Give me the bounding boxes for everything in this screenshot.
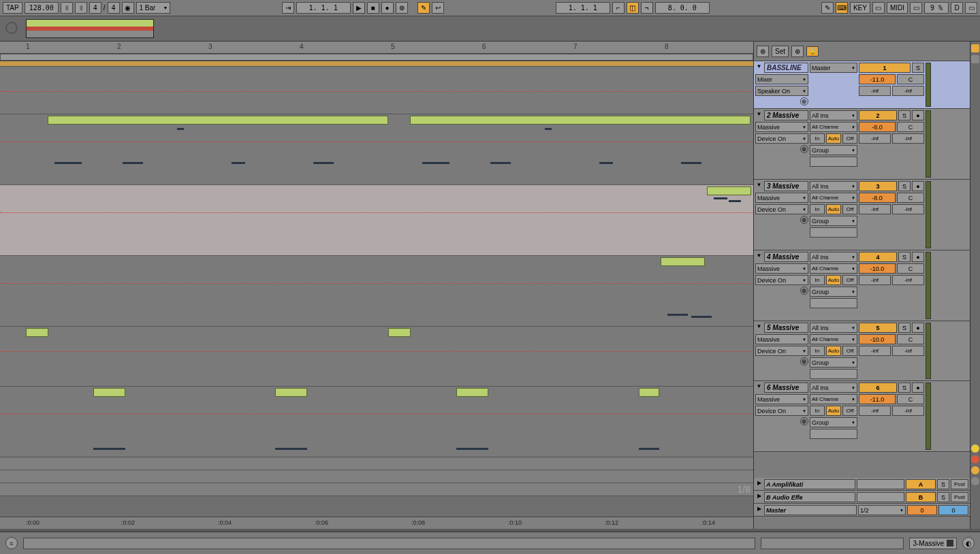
time-ruler[interactable]: :0:00 :0:02 :0:04 :0:06 :0:08 :0:10 :0:1…	[0, 517, 753, 529]
show-hide-io-button[interactable]	[971, 44, 979, 52]
output-select[interactable]: Group	[810, 145, 857, 155]
solo-button[interactable]: S	[912, 63, 924, 73]
output-select[interactable]: Group	[810, 287, 857, 297]
track-title[interactable]: 4 Massive	[764, 252, 808, 262]
cue-out-select[interactable]: 1/2	[858, 505, 906, 515]
unfold-arrow-icon[interactable]: ▼	[755, 252, 763, 259]
post-button[interactable]: Post	[951, 492, 968, 502]
draw-mode-button[interactable]: ✎	[821, 2, 834, 14]
unfold-arrow-icon[interactable]: ▼	[755, 181, 763, 189]
solo-button[interactable]: S	[937, 479, 949, 489]
arm-button[interactable]: ●	[912, 323, 924, 333]
arrangement-overview[interactable]	[0, 16, 980, 42]
volume-value[interactable]: -11.0	[859, 74, 896, 84]
device-select[interactable]: Massive	[755, 193, 808, 203]
track-title[interactable]: 5 Massive	[764, 323, 808, 333]
monitor-off-button[interactable]: Off	[842, 204, 857, 214]
master-send-b[interactable]: 0	[938, 505, 968, 515]
midi-clip[interactable]	[707, 186, 751, 195]
send-b-value[interactable]: -inf	[892, 86, 924, 96]
track-title[interactable]: 6 Massive	[764, 382, 808, 393]
monitor-off-button[interactable]: Off	[842, 406, 857, 416]
midi-clip[interactable]	[661, 257, 705, 266]
monitor-in-button[interactable]: In	[810, 204, 825, 214]
returns-section-button[interactable]	[971, 455, 979, 463]
overview-region[interactable]	[26, 19, 154, 38]
arrangement-position[interactable]: 1. 1. 1	[296, 2, 351, 14]
monitor-in-button[interactable]: In	[810, 346, 825, 356]
tracks-viewport[interactable]: 1/8	[0, 61, 753, 517]
arm-button[interactable]: ●	[912, 181, 924, 191]
monitor-in-button[interactable]: In	[810, 406, 825, 416]
midi-map-button[interactable]: MIDI	[887, 2, 908, 14]
device-select[interactable]: Massive	[755, 394, 808, 404]
midi-clip[interactable]	[410, 116, 750, 125]
record-button[interactable]: ●	[381, 2, 394, 14]
return-title[interactable]: B Audio Effe	[764, 492, 855, 502]
volume-value[interactable]: -10.0	[859, 263, 896, 274]
expand-arrow-icon[interactable]: ▶	[755, 492, 763, 500]
nudge-down-button[interactable]: ⦀	[61, 2, 73, 14]
punch-in-button[interactable]: ⌐	[612, 2, 625, 14]
device-select[interactable]: Massive	[755, 334, 808, 344]
midi-clip[interactable]	[275, 388, 307, 397]
tap-button[interactable]: TAP	[3, 2, 22, 14]
io-section-button[interactable]	[971, 444, 979, 453]
delay-section-button[interactable]	[971, 477, 979, 485]
output-channel[interactable]	[810, 157, 857, 167]
monitor-auto-button[interactable]: Auto	[826, 133, 841, 144]
output-select[interactable]: Group	[810, 216, 857, 226]
send-a-value[interactable]: -inf	[859, 204, 891, 214]
pan-value[interactable]: C	[897, 74, 924, 84]
input-channel-select[interactable]: All Channe	[810, 122, 857, 132]
expand-arrow-icon[interactable]: ▶	[755, 505, 763, 512]
send-a-value[interactable]: -inf	[859, 275, 891, 285]
stop-button[interactable]: ■	[367, 2, 379, 14]
add-lane-button[interactable]: ⊕	[800, 216, 808, 224]
punch-out-button[interactable]: ¬	[641, 2, 653, 14]
device-title-bar[interactable]: 3-Massive	[909, 538, 957, 549]
output-select[interactable]: Group	[810, 357, 857, 368]
tempo-display[interactable]: 128.00	[25, 2, 59, 14]
device-select[interactable]: Massive	[755, 122, 808, 132]
ruler-scrollbar[interactable]	[0, 54, 753, 61]
param-select[interactable]: Device On	[755, 204, 808, 214]
track-activator-button[interactable]: 2	[859, 110, 897, 120]
follow-button[interactable]: ⇥	[282, 2, 294, 14]
master-send-a[interactable]: 0	[907, 505, 937, 515]
computer-midi-keyboard-button[interactable]: ⌨	[836, 2, 848, 14]
output-channel[interactable]	[810, 227, 857, 238]
add-lane-button[interactable]: ⊕	[800, 145, 808, 153]
return-activator[interactable]: A	[906, 479, 936, 489]
beat-ruler[interactable]: 1 2 3 4 5 6 7 8	[0, 42, 753, 54]
metronome-button[interactable]: ◉	[122, 2, 134, 14]
input-channel-select[interactable]: All Channe	[810, 193, 857, 203]
unfold-arrow-icon[interactable]: ▼	[755, 63, 763, 70]
send-a-value[interactable]: -inf	[859, 133, 891, 144]
pan-value[interactable]: C	[897, 334, 924, 344]
arm-button[interactable]: ●	[912, 110, 924, 120]
next-locator-button[interactable]: ⊕	[791, 46, 804, 57]
send-b-value[interactable]: -inf	[892, 346, 924, 356]
track-activator-button[interactable]: 4	[859, 252, 897, 262]
quantize-select[interactable]: 1 Bar	[136, 2, 170, 14]
input-type-select[interactable]: Master	[810, 63, 857, 73]
param-select[interactable]: Device On	[755, 133, 808, 144]
add-lane-button[interactable]: ⊕	[800, 287, 808, 295]
arm-button[interactable]: ●	[912, 382, 924, 393]
solo-button[interactable]: S	[898, 382, 911, 393]
input-channel-select[interactable]: All Channe	[810, 334, 857, 344]
play-button[interactable]: ▶	[353, 2, 365, 14]
monitor-in-button[interactable]: In	[810, 133, 825, 144]
send-b-value[interactable]: -inf	[892, 133, 924, 144]
output-channel[interactable]	[810, 429, 857, 439]
return-activator[interactable]: B	[906, 492, 936, 502]
midi-clip[interactable]	[93, 388, 125, 397]
output-channel[interactable]	[810, 298, 857, 308]
overdub-button[interactable]: ⊕	[396, 2, 408, 14]
return-title[interactable]: A Amplifikati	[764, 479, 855, 489]
midi-clip[interactable]	[456, 388, 488, 397]
param-select[interactable]: Device On	[755, 275, 808, 285]
volume-value[interactable]: -10.0	[859, 334, 896, 344]
expand-arrow-icon[interactable]: ▶	[755, 479, 763, 487]
